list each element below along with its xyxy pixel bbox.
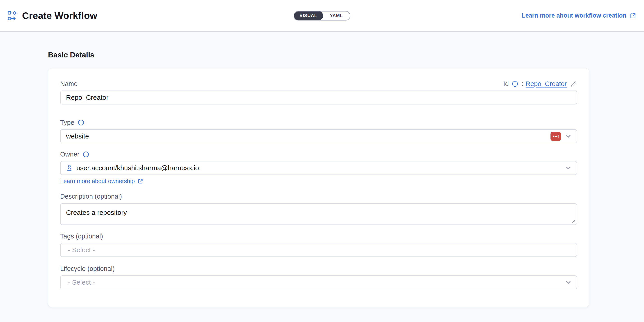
toggle-yaml-button[interactable]: YAML [323, 11, 350, 20]
owner-select[interactable] [60, 161, 577, 175]
name-field-group: Name Id : Repo_Creator [60, 80, 577, 104]
name-label: Name [60, 80, 78, 88]
toggle-visual-button[interactable]: VISUAL [294, 11, 323, 20]
id-separator: : [522, 80, 524, 88]
learn-ownership-label: Learn more about ownership [60, 178, 135, 185]
chevron-down-icon[interactable] [564, 164, 572, 172]
description-label: Description (optional) [60, 193, 122, 200]
type-input[interactable] [66, 132, 547, 140]
lifecycle-select[interactable] [60, 275, 577, 289]
name-label-row: Name Id : Repo_Creator [60, 80, 577, 88]
owner-input[interactable] [76, 164, 561, 172]
learn-ownership-link[interactable]: Learn more about ownership [60, 178, 143, 185]
lastpass-autofill-icon[interactable] [550, 132, 561, 141]
description-label-row: Description (optional) [60, 193, 577, 200]
owner-field-group: Owner [60, 151, 577, 185]
external-link-icon [138, 178, 143, 184]
resize-handle[interactable] [571, 219, 576, 223]
tags-label-row: Tags (optional) [60, 233, 577, 240]
edit-id-pencil-icon[interactable] [570, 81, 577, 87]
page-title: Create Workflow [22, 10, 97, 21]
visual-yaml-toggle[interactable]: VISUAL YAML [294, 11, 350, 20]
entity-id-row: Id : Repo_Creator [504, 80, 577, 88]
info-icon[interactable] [78, 120, 84, 126]
learn-workflow-creation-label: Learn more about workflow creation [522, 12, 626, 19]
lifecycle-label: Lifecycle (optional) [60, 265, 115, 273]
type-select[interactable] [60, 129, 577, 143]
info-icon[interactable] [83, 151, 89, 157]
info-icon[interactable] [512, 81, 518, 87]
chevron-down-icon[interactable] [564, 279, 572, 286]
type-field-group: Type [60, 119, 577, 143]
owner-label-row: Owner [60, 151, 577, 158]
chevron-down-icon[interactable] [564, 132, 572, 140]
section-title: Basic Details [48, 51, 596, 59]
description-textarea-wrap: Creates a repository [60, 203, 577, 225]
header-title-group: Create Workflow [8, 10, 97, 21]
type-label-row: Type [60, 119, 577, 126]
lifecycle-label-row: Lifecycle (optional) [60, 265, 577, 273]
workflow-icon [8, 11, 17, 20]
tags-label: Tags (optional) [60, 233, 103, 240]
type-label: Type [60, 119, 74, 126]
external-link-icon [630, 12, 636, 19]
name-input[interactable] [60, 90, 577, 104]
create-workflow-page: Create Workflow VISUAL YAML Learn more a… [0, 0, 644, 322]
page-header: Create Workflow VISUAL YAML Learn more a… [0, 0, 644, 32]
person-icon [66, 164, 73, 172]
description-field-group: Description (optional) Creates a reposit… [60, 193, 577, 225]
id-value-link[interactable]: Repo_Creator [526, 80, 567, 88]
lifecycle-input[interactable] [66, 279, 561, 286]
tags-field-group: Tags (optional) [60, 233, 577, 257]
tags-input[interactable] [66, 246, 572, 254]
learn-workflow-creation-link[interactable]: Learn more about workflow creation [522, 12, 636, 19]
id-label: Id [504, 80, 509, 88]
main-content: Basic Details Name Id : Repo_Creator [0, 51, 644, 307]
tags-select[interactable] [60, 243, 577, 257]
lifecycle-field-group: Lifecycle (optional) [60, 265, 577, 289]
owner-label: Owner [60, 151, 79, 158]
description-textarea[interactable]: Creates a repository [60, 203, 577, 225]
basic-details-card: Name Id : Repo_Creator [48, 68, 589, 307]
